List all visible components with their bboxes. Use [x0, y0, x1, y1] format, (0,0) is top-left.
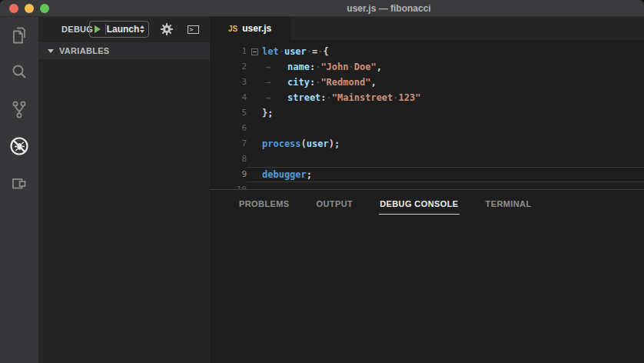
- line-number[interactable]: 5: [210, 105, 247, 121]
- console-icon: >: [188, 25, 199, 34]
- fold-icon[interactable]: [247, 48, 262, 55]
- line-number[interactable]: 6: [210, 121, 247, 136]
- tab-label: user.js: [242, 23, 271, 34]
- variables-section-label: VARIABLES: [59, 46, 109, 55]
- window-title: user.js — fibonacci: [347, 0, 430, 17]
- code-editor[interactable]: 1let·user·=·{2→name:·"John·Doe",3→city:·…: [210, 40, 644, 193]
- code-line-2[interactable]: 2→name:·"John·Doe",: [210, 59, 644, 75]
- javascript-file-icon: JS: [228, 25, 237, 33]
- panel-tab-problems[interactable]: PROBLEMS: [238, 190, 290, 215]
- line-content: [247, 152, 644, 167]
- activity-item-source-control[interactable]: [0, 91, 38, 128]
- line-number[interactable]: 4: [210, 90, 247, 105]
- close-button[interactable]: [9, 4, 18, 13]
- code-line-6[interactable]: 6: [210, 121, 644, 136]
- code-line-9[interactable]: 9debugger;: [210, 167, 644, 182]
- minimize-button[interactable]: [25, 4, 34, 13]
- debug-toolbar: DEBUG Launch: [38, 17, 210, 42]
- launch-config-label: Launch: [106, 24, 140, 35]
- code-line-5[interactable]: 5};: [210, 105, 644, 121]
- code-line-3[interactable]: 3→city:·"Redmond",: [210, 75, 644, 90]
- code-line-7[interactable]: 7process(user);: [210, 136, 644, 152]
- files-icon: [9, 25, 29, 45]
- code-text: →city:·"Redmond",: [262, 77, 377, 88]
- line-number[interactable]: 8: [210, 152, 247, 167]
- zoom-button[interactable]: [40, 4, 49, 13]
- variables-section-header[interactable]: VARIABLES: [38, 42, 210, 59]
- panel-tab-bar: PROBLEMSOUTPUTDEBUG CONSOLETERMINAL: [238, 190, 533, 215]
- tab-user-js[interactable]: JS user.js: [210, 17, 290, 40]
- code-line-8[interactable]: 8: [210, 152, 644, 167]
- code-text: debugger;: [262, 169, 312, 180]
- line-content: →city:·"Redmond",: [247, 75, 644, 90]
- line-content: let·user·=·{: [247, 44, 644, 59]
- tab-strip: JS user.js: [210, 17, 644, 40]
- panel-tab-debug-console[interactable]: DEBUG CONSOLE: [379, 190, 459, 215]
- configure-launch-button[interactable]: [158, 21, 175, 38]
- line-content: →street:·"Mainstreet·123": [247, 90, 644, 105]
- panel-tab-output[interactable]: OUTPUT: [316, 190, 354, 215]
- start-debug-icon[interactable]: [95, 25, 101, 33]
- panel-tab-terminal[interactable]: TERMINAL: [485, 190, 533, 215]
- activity-item-explorer[interactable]: [0, 17, 38, 54]
- debug-sidebar: DEBUG Launch: [38, 17, 210, 363]
- debug-icon: [8, 135, 30, 157]
- code-text: };: [262, 108, 273, 118]
- search-icon: [9, 62, 29, 82]
- line-number[interactable]: 3: [210, 75, 247, 90]
- line-number[interactable]: 7: [210, 136, 247, 152]
- chevron-down-icon: [48, 49, 54, 53]
- line-content: };: [247, 105, 644, 121]
- activity-item-extensions[interactable]: [0, 165, 38, 201]
- line-content: debugger;: [247, 167, 644, 182]
- dropdown-arrows-icon: [140, 25, 144, 33]
- git-branch-icon: [9, 99, 29, 119]
- editor-group: JS user.js 1let·user·=·{2→name:·"John·Do…: [210, 17, 644, 189]
- launch-config-dropdown[interactable]: Launch: [89, 21, 149, 38]
- titlebar: user.js — fibonacci: [0, 0, 644, 17]
- bottom-panel: PROBLEMSOUTPUTDEBUG CONSOLETERMINAL: [210, 189, 644, 363]
- vscode-window: user.js — fibonacci DEBUG: [0, 0, 644, 363]
- line-number[interactable]: 1: [210, 44, 247, 59]
- extensions-icon: [9, 173, 29, 193]
- code-line-4[interactable]: 4→street:·"Mainstreet·123": [210, 90, 644, 105]
- line-content: process(user);: [247, 136, 644, 152]
- open-debug-console-button[interactable]: >: [184, 21, 201, 38]
- code-text: process(user);: [262, 138, 340, 149]
- activity-item-debug[interactable]: [0, 128, 38, 165]
- gear-icon: [161, 23, 173, 35]
- code-line-1[interactable]: 1let·user·=·{: [210, 44, 644, 59]
- line-content: →name:·"John·Doe",: [247, 59, 644, 75]
- activity-item-search[interactable]: [0, 54, 38, 91]
- line-content: [247, 121, 644, 136]
- code-text: →street:·"Mainstreet·123": [262, 92, 420, 103]
- line-number[interactable]: 2: [210, 59, 247, 75]
- line-number[interactable]: 9: [210, 167, 247, 182]
- code-text: →name:·"John·Doe",: [262, 62, 382, 72]
- code-text: let·user·=·{: [262, 46, 329, 57]
- activity-bar: [0, 17, 38, 363]
